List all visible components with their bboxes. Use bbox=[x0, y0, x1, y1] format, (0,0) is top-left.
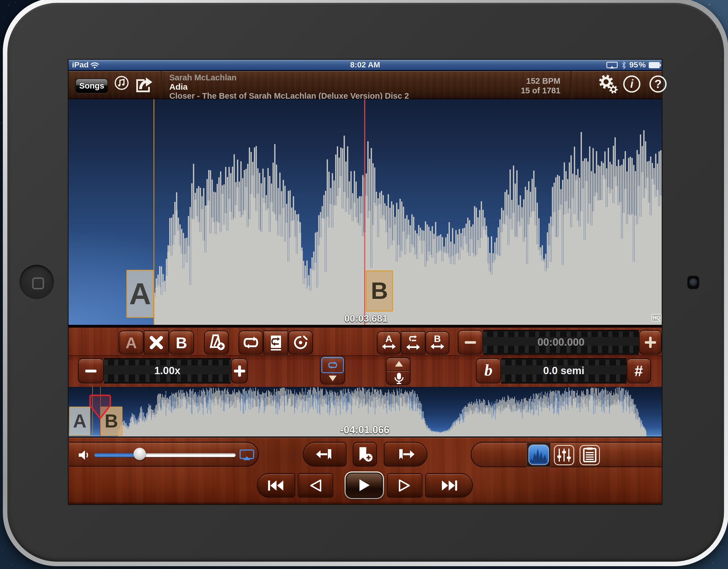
svg-text:A: A bbox=[385, 335, 392, 344]
svg-text:B: B bbox=[434, 335, 441, 344]
svg-text:i: i bbox=[630, 78, 633, 90]
svg-text:?: ? bbox=[654, 77, 662, 91]
